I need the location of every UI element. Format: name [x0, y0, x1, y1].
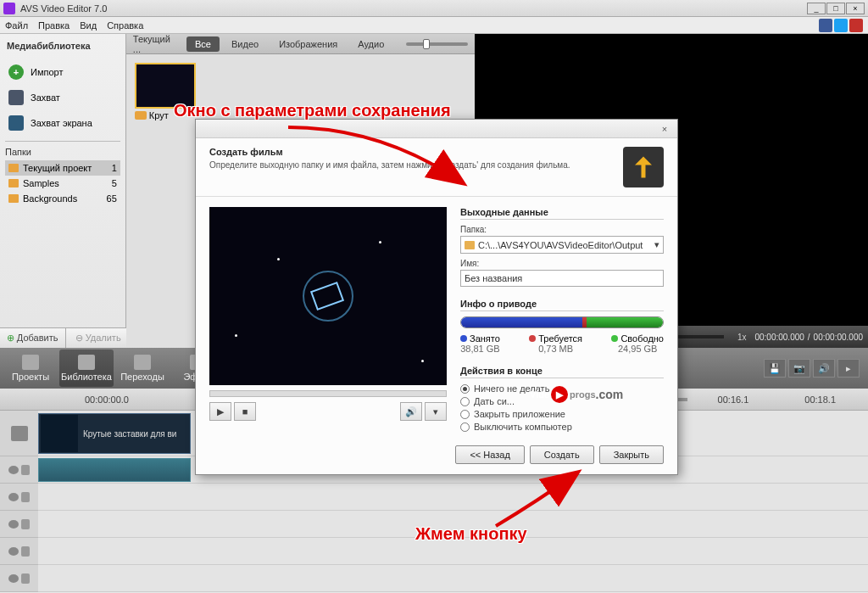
twitter-icon[interactable]: [834, 19, 848, 32]
watermark: Vide ▶ progs .com: [530, 386, 623, 403]
sidebar-header: Медиабиблиотека: [5, 37, 120, 54]
play-icon: ▶: [551, 386, 568, 403]
folder-backgrounds[interactable]: Backgrounds 65: [5, 191, 120, 206]
minimize-button[interactable]: _: [807, 3, 826, 14]
dialog-preview: ▶ ■ 🔊 ▾: [209, 207, 447, 444]
lock-icon: [21, 492, 30, 502]
clip-thumbnail: [41, 415, 78, 452]
folder-dropdown[interactable]: C:\...\AVS4YOU\AVSVideoEditor\Output ▾: [460, 236, 664, 254]
clapper-icon: [22, 355, 39, 370]
import-button[interactable]: + Импорт: [5, 59, 120, 85]
tab-images[interactable]: Изображения: [270, 36, 346, 52]
timeline-time-start: 00:00:00.0: [85, 394, 129, 405]
text-track-header[interactable]: [0, 538, 38, 565]
video-icon: [135, 111, 147, 120]
effects-track-header[interactable]: [0, 511, 38, 538]
drive-legend: Занято38,81 GB Требуется0,73 MB Свободно…: [460, 333, 664, 354]
dialog-titlebar: ×: [196, 120, 677, 138]
tl-time-2: 00:18.1: [804, 394, 836, 405]
plus-icon: +: [8, 64, 24, 80]
menu-file[interactable]: Файл: [5, 20, 28, 31]
effects-track[interactable]: [38, 511, 868, 538]
back-button[interactable]: << Назад: [455, 445, 524, 464]
dialog-volume-dropdown[interactable]: ▾: [425, 402, 447, 421]
folder-icon: [465, 241, 475, 249]
eye-icon: [8, 466, 19, 474]
close-dialog-button[interactable]: Закрыть: [599, 445, 664, 464]
playback-speed: 1x: [737, 333, 747, 342]
chevron-down-icon: ▾: [654, 239, 659, 250]
content-tabs: Текущий ... Все Видео Изображения Аудио: [126, 34, 475, 54]
overlay-track[interactable]: [38, 484, 868, 511]
folder-icon: [8, 164, 19, 172]
radio-close-app[interactable]: Закрыть приложение: [460, 409, 664, 419]
screen-capture-button[interactable]: Захват экрана: [5, 110, 120, 136]
add-folder-button[interactable]: ⊕ Добавить: [0, 328, 66, 348]
library-icon: [78, 355, 95, 370]
menu-help[interactable]: Справка: [107, 20, 143, 31]
mode-transitions[interactable]: Переходы: [115, 350, 170, 387]
divider: [5, 141, 120, 142]
facebook-icon[interactable]: [819, 19, 832, 32]
volume-button[interactable]: 🔊: [813, 359, 835, 378]
tab-video[interactable]: Видео: [223, 36, 267, 52]
overlay-track-header[interactable]: [0, 484, 38, 511]
name-label: Имя:: [460, 259, 664, 268]
save-dialog: × Создать фильм Определите выходную папк…: [195, 119, 678, 475]
tab-all[interactable]: Все: [186, 36, 220, 52]
menu-edit[interactable]: Правка: [38, 20, 70, 31]
eye-icon: [8, 520, 19, 529]
app-title: AVS Video Editor 7.0: [20, 3, 807, 14]
dialog-close-button[interactable]: ×: [657, 122, 672, 136]
dialog-volume-button[interactable]: 🔊: [400, 402, 422, 421]
save-project-button[interactable]: 💾: [764, 359, 786, 378]
maximize-button[interactable]: □: [826, 3, 845, 14]
thumbnails: Крут: [126, 54, 475, 129]
mode-projects[interactable]: Проекты: [3, 350, 58, 387]
name-input[interactable]: Без названия: [460, 270, 664, 287]
folder-samples[interactable]: Samples 5: [5, 176, 120, 191]
transitions-icon: [134, 355, 151, 370]
snapshot-button[interactable]: 📷: [788, 359, 810, 378]
titlebar: AVS Video Editor 7.0 _ □ ×: [0, 0, 868, 17]
lock-icon: [21, 465, 30, 475]
audio2-track-header[interactable]: [0, 565, 38, 592]
tl-time-1: 00:16.1: [718, 394, 749, 405]
preview-time-total: 00:00:00.000: [814, 333, 863, 342]
sidebar: Медиабиблиотека + Импорт Захват Захват э…: [0, 34, 126, 348]
thumbnail-image: [135, 63, 196, 109]
capture-button[interactable]: Захват: [5, 85, 120, 110]
eye-icon: [8, 547, 19, 556]
remove-folder-button[interactable]: ⊖ Удалить: [66, 328, 132, 348]
tab-audio[interactable]: Аудио: [349, 36, 392, 52]
drive-header: Инфо о приводе: [460, 299, 664, 311]
dialog-subtitle: Определите выходную папку и имя файла, з…: [209, 160, 613, 170]
dialog-preview-slider[interactable]: [209, 390, 447, 397]
actions-header: Действия в конце: [460, 366, 664, 378]
mode-library[interactable]: Библиотека: [59, 350, 114, 387]
media-thumbnail[interactable]: Крут: [135, 63, 196, 120]
audio-track-header[interactable]: [0, 456, 38, 484]
dialog-preview-image: [209, 207, 447, 385]
radio-shutdown[interactable]: Выключить компьютер: [460, 422, 664, 432]
text-track[interactable]: [38, 538, 868, 565]
monitor-icon: [8, 115, 24, 131]
create-button[interactable]: Создать: [530, 445, 594, 464]
dialog-play-button[interactable]: ▶: [209, 402, 231, 421]
audio-clip[interactable]: [38, 458, 191, 482]
close-button[interactable]: ×: [846, 3, 865, 14]
video-clip[interactable]: Крутые заставки для ви: [38, 413, 191, 454]
menubar: Файл Правка Вид Справка: [0, 17, 868, 34]
video-track-header[interactable]: [0, 411, 38, 456]
audio2-track[interactable]: [38, 565, 868, 592]
app-logo-icon: [3, 3, 15, 14]
youtube-icon[interactable]: [849, 19, 863, 32]
folder-icon: [8, 194, 19, 203]
expand-button[interactable]: ▸: [837, 359, 860, 378]
dialog-stop-button[interactable]: ■: [234, 402, 256, 421]
folder-icon: [8, 179, 19, 187]
menu-view[interactable]: Вид: [80, 20, 97, 31]
thumb-zoom-slider[interactable]: [406, 42, 468, 46]
folder-current-project[interactable]: Текущий проект 1: [5, 160, 120, 176]
track-headers: [0, 411, 38, 592]
